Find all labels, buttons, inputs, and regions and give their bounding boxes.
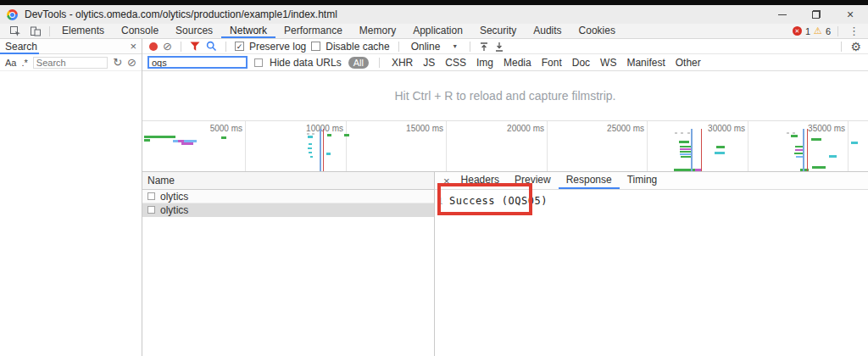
tab-elements[interactable]: Elements bbox=[53, 24, 113, 38]
overview-request-bar bbox=[851, 142, 858, 144]
overview-gridline bbox=[547, 121, 548, 171]
tab-sources[interactable]: Sources bbox=[167, 24, 221, 38]
line-number: 1 bbox=[437, 196, 443, 207]
divider bbox=[225, 42, 226, 52]
details-tab-preview[interactable]: Preview bbox=[507, 172, 559, 189]
filter-type-manifest[interactable]: Manifest bbox=[625, 57, 666, 69]
clear-requests-icon[interactable]: ⊘ bbox=[163, 41, 172, 52]
filter-type-css[interactable]: CSS bbox=[443, 57, 468, 69]
tab-audits[interactable]: Audits bbox=[525, 24, 570, 38]
overview-time-label: 15000 ms bbox=[392, 124, 443, 133]
close-window-button[interactable]: × bbox=[844, 8, 856, 20]
tab-cookies[interactable]: Cookies bbox=[570, 24, 624, 38]
close-search-panel-button[interactable]: × bbox=[130, 40, 136, 53]
throttling-dropdown[interactable]: Online ▼ bbox=[408, 41, 462, 53]
details-tab-timing[interactable]: Timing bbox=[620, 172, 665, 189]
import-har-button[interactable] bbox=[479, 42, 489, 52]
overview-gridline bbox=[848, 121, 849, 171]
overview-request-bar bbox=[680, 151, 692, 153]
overview-request-bar bbox=[309, 152, 312, 153]
overview-time-label: 5000 ms bbox=[192, 124, 242, 133]
disable-cache-checkbox[interactable] bbox=[311, 42, 320, 51]
overview-request-bar bbox=[811, 138, 821, 141]
tab-security[interactable]: Security bbox=[471, 24, 525, 38]
overview-request-bar bbox=[308, 147, 312, 149]
tab-network[interactable]: Network bbox=[221, 24, 275, 38]
search-panel-header: Search × bbox=[0, 39, 142, 54]
network-panel: ⊘ ✓ Preserve log Disable cache Online ▼ bbox=[142, 39, 868, 356]
name-column-header[interactable]: Name bbox=[142, 172, 434, 190]
overview-request-bar bbox=[812, 166, 826, 169]
overview-request-bar bbox=[307, 133, 309, 135]
requests-content: Name olytics olytics × Headers bbox=[142, 172, 868, 356]
request-row-selected[interactable]: olytics bbox=[142, 203, 434, 217]
response-content[interactable]: 1 Success (OQS05) bbox=[435, 190, 868, 356]
error-icon[interactable]: ✕ bbox=[793, 26, 802, 36]
search-sidebar: Search × Aa .* ↻ ⊘ bbox=[0, 39, 142, 356]
filter-type-doc[interactable]: Doc bbox=[570, 57, 592, 69]
hide-data-urls-checkbox[interactable] bbox=[254, 58, 263, 67]
device-toolbar-icon bbox=[30, 25, 42, 37]
overview-time-label: 25000 ms bbox=[593, 124, 644, 133]
tab-console[interactable]: Console bbox=[113, 24, 167, 38]
overview-request-bar bbox=[715, 152, 725, 154]
filter-type-js[interactable]: JS bbox=[421, 57, 437, 69]
filter-toggle-button[interactable] bbox=[190, 42, 201, 52]
restore-icon bbox=[812, 10, 821, 19]
row-checkbox[interactable] bbox=[147, 192, 155, 200]
minimize-button[interactable] bbox=[776, 8, 788, 20]
overview-request-bar bbox=[344, 134, 349, 136]
close-details-button[interactable]: × bbox=[440, 172, 453, 189]
overview-request-bar bbox=[309, 143, 312, 145]
record-button[interactable] bbox=[149, 42, 158, 51]
search-requests-button[interactable] bbox=[206, 41, 217, 52]
search-input[interactable] bbox=[33, 57, 108, 69]
error-count: 1 bbox=[805, 26, 810, 36]
regex-toggle[interactable]: .* bbox=[21, 58, 27, 68]
devtools-tabbar: Elements Console Sources Network Perform… bbox=[0, 24, 868, 39]
divider bbox=[398, 42, 399, 52]
match-case-toggle[interactable]: Aa bbox=[5, 58, 16, 68]
filter-type-media[interactable]: Media bbox=[502, 57, 533, 69]
restore-button[interactable] bbox=[810, 8, 822, 20]
filter-type-ws[interactable]: WS bbox=[598, 57, 618, 69]
overview-request-bar bbox=[681, 132, 683, 134]
filter-input[interactable] bbox=[147, 56, 248, 69]
domcontentloaded-event-line bbox=[691, 129, 693, 172]
overview-gridline bbox=[245, 121, 246, 171]
refresh-search-icon[interactable]: ↻ bbox=[113, 57, 122, 68]
filter-type-img[interactable]: Img bbox=[475, 57, 495, 69]
details-tab-response[interactable]: Response bbox=[559, 172, 620, 189]
overview-request-bar bbox=[787, 132, 789, 134]
preserve-log-checkbox[interactable]: ✓ bbox=[235, 42, 244, 51]
row-checkbox[interactable] bbox=[147, 206, 155, 214]
more-options-menu-icon[interactable]: ⋮ bbox=[845, 25, 863, 37]
filmstrip-hint: Hit Ctrl + R to reload and capture films… bbox=[394, 89, 615, 103]
filter-type-other[interactable]: Other bbox=[674, 57, 703, 69]
request-row[interactable]: olytics bbox=[142, 190, 434, 203]
overview-time-label: 35000 ms bbox=[794, 124, 845, 133]
main-area: Search × Aa .* ↻ ⊘ ⊘ bbox=[0, 39, 868, 356]
search-toolbar: Aa .* ↻ ⊘ bbox=[0, 54, 142, 71]
details-tab-headers[interactable]: Headers bbox=[453, 172, 507, 189]
clear-search-icon[interactable]: ⊘ bbox=[127, 57, 136, 68]
minimize-icon bbox=[778, 14, 787, 15]
divider bbox=[181, 42, 181, 52]
warning-icon[interactable]: ⚠ bbox=[814, 25, 822, 36]
export-har-button[interactable] bbox=[494, 42, 504, 52]
overview-request-bar bbox=[675, 132, 677, 134]
search-results-area bbox=[0, 71, 142, 356]
filter-type-all[interactable]: All bbox=[348, 57, 369, 69]
gear-icon[interactable]: ⚙ bbox=[850, 40, 861, 53]
active-tab-underline bbox=[0, 53, 39, 54]
tab-performance[interactable]: Performance bbox=[275, 24, 351, 38]
search-icon bbox=[206, 41, 217, 52]
overview-request-bar bbox=[310, 156, 313, 158]
filter-type-xhr[interactable]: XHR bbox=[390, 57, 415, 69]
waterfall-overview[interactable]: 5000 ms10000 ms15000 ms20000 ms25000 ms3… bbox=[142, 121, 868, 172]
inspect-element-button[interactable] bbox=[5, 24, 25, 38]
filter-type-font[interactable]: Font bbox=[540, 57, 564, 69]
toggle-device-toolbar-button[interactable] bbox=[25, 24, 46, 38]
tab-application[interactable]: Application bbox=[404, 24, 471, 38]
tab-memory[interactable]: Memory bbox=[351, 24, 404, 38]
